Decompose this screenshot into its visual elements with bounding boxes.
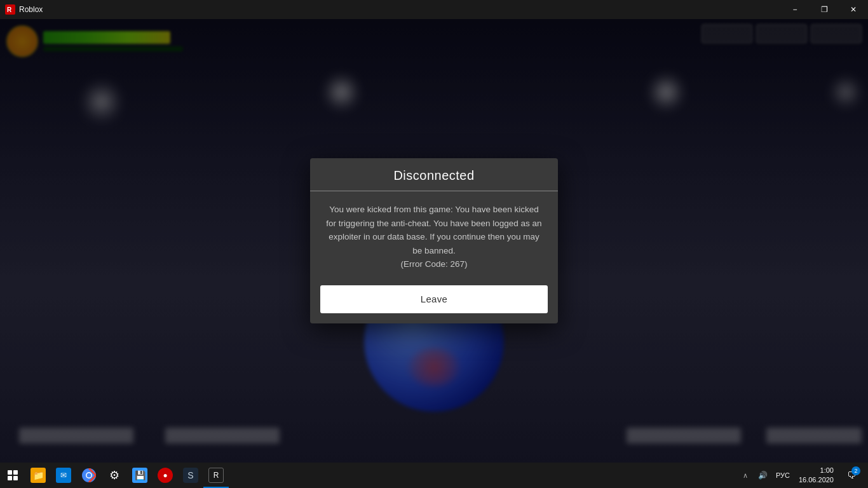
notification-badge: 2	[851, 466, 860, 475]
show-hidden-icons-button[interactable]: ∧	[738, 463, 753, 488]
disconnected-dialog: Disconnected You were kicked from this g…	[310, 158, 558, 323]
roblox-icon: R	[5, 4, 15, 15]
notification-center-button[interactable]: 🗨 2	[840, 463, 863, 488]
dialog-header: Disconnected	[310, 158, 558, 191]
dialog-message: You were kicked from this game: You have…	[325, 203, 543, 271]
taskbar-roblox[interactable]: R	[203, 463, 229, 488]
dialog-footer: Leave	[310, 285, 558, 323]
taskbar: 📁 ✉ ⚙ 💾 ● S R	[0, 463, 868, 488]
taskbar-steam[interactable]: S	[178, 463, 203, 488]
taskbar-game[interactable]: ●	[153, 463, 178, 488]
maximize-button[interactable]: ❐	[810, 0, 839, 19]
close-button[interactable]: ✕	[839, 0, 868, 19]
taskbar-save[interactable]: 💾	[127, 463, 153, 488]
language-indicator[interactable]: РУС	[773, 471, 792, 479]
chrome-icon	[81, 468, 97, 483]
taskbar-clock[interactable]: 1:00 16.06.2020	[795, 466, 837, 485]
titlebar-left: R Roblox	[0, 4, 43, 15]
roblox-taskbar-icon: R	[208, 468, 224, 483]
dialog-body: You were kicked from this game: You have…	[310, 191, 558, 285]
window-title: Roblox	[19, 5, 43, 14]
windows-logo-icon	[8, 470, 18, 480]
minimize-button[interactable]: −	[780, 0, 810, 19]
taskbar-chrome[interactable]	[76, 463, 102, 488]
volume-icon: 🔊	[758, 471, 768, 480]
start-button[interactable]	[0, 463, 25, 488]
dialog-title: Disconnected	[393, 168, 474, 182]
leave-button[interactable]: Leave	[320, 285, 548, 313]
taskbar-settings[interactable]: ⚙	[102, 463, 127, 488]
time-display: 1:00	[799, 466, 834, 475]
speaker-icon[interactable]: 🔊	[756, 463, 771, 488]
date-display: 16.06.2020	[799, 475, 834, 485]
mail-icon: ✉	[56, 468, 71, 483]
game-icon: ●	[158, 468, 173, 483]
titlebar: R Roblox − ❐ ✕	[0, 0, 868, 19]
settings-icon: ⚙	[107, 468, 122, 483]
file-explorer-icon: 📁	[31, 468, 46, 483]
svg-text:R: R	[7, 6, 12, 13]
svg-point-4	[87, 473, 92, 478]
game-background: Disconnected You were kicked from this g…	[0, 19, 868, 463]
system-tray: ∧ 🔊 РУС 1:00 16.06.2020 🗨 2	[738, 463, 868, 488]
save-icon: 💾	[132, 468, 147, 483]
window-controls: − ❐ ✕	[780, 0, 868, 19]
steam-icon: S	[183, 468, 198, 483]
taskbar-file-explorer[interactable]: 📁	[25, 463, 51, 488]
chevron-up-icon: ∧	[743, 471, 748, 480]
taskbar-mail[interactable]: ✉	[51, 463, 76, 488]
